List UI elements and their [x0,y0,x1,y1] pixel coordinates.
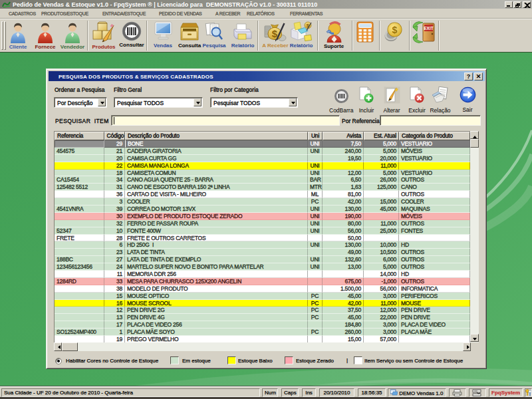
svg-text:EXIT: EXIT [424,26,433,31]
svg-text:$: $ [392,25,397,35]
